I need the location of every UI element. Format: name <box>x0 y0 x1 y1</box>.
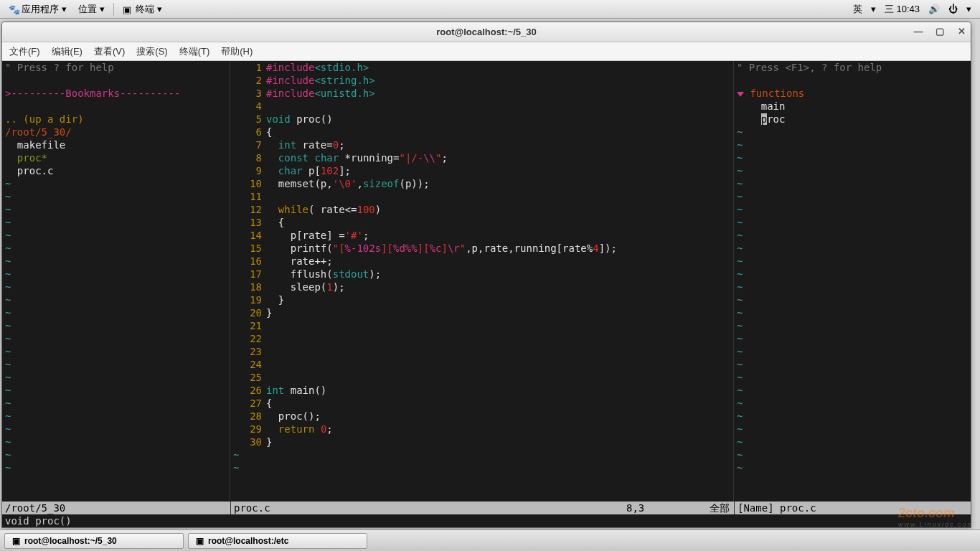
power-icon[interactable]: ⏻ <box>948 4 958 14</box>
code-pane[interactable]: 1#include<stdio.h> 2#include<string.h> 3… <box>230 61 734 501</box>
status-mid: proc.c <box>230 501 626 514</box>
status-right: [Name] proc.c <box>734 501 971 514</box>
terminal-label: 终端 <box>136 3 154 16</box>
chevron-down-icon: ▾ <box>157 4 162 14</box>
code-line[interactable]: 18 sleep(1); <box>230 281 733 293</box>
code-line[interactable]: 10 memset(p,'\0',sizeof(p)); <box>230 177 733 190</box>
applications-label: 应用程序 <box>22 3 59 16</box>
code-line[interactable]: 27{ <box>230 397 733 410</box>
nerdtree-updir[interactable]: .. (up a dir) <box>2 113 230 126</box>
close-button[interactable]: ✕ <box>956 27 966 37</box>
code-line[interactable]: 17 fflush(stdout); <box>230 268 733 281</box>
nerdtree-file[interactable]: proc.c <box>2 164 230 177</box>
chevron-down-icon: ▾ <box>62 4 67 14</box>
chevron-down-icon: ▾ <box>966 4 971 14</box>
terminal-icon: ▣ <box>196 536 204 546</box>
code-line[interactable]: 29 return 0; <box>230 423 733 435</box>
nerdtree-root[interactable]: /root/5_30/ <box>2 126 230 138</box>
menubar: 文件(F) 编辑(E) 查看(V) 搜索(S) 终端(T) 帮助(H) <box>2 42 971 61</box>
nerdtree-pane[interactable]: " Press ? for help >---------Bookmarks--… <box>2 61 230 501</box>
menu-file[interactable]: 文件(F) <box>9 45 40 58</box>
code-line[interactable]: 24 <box>230 358 733 371</box>
nerdtree-file[interactable]: proc* <box>2 151 230 164</box>
status-pos: 8,3 <box>626 501 684 514</box>
code-line[interactable]: 3#include<unistd.h> <box>230 87 733 100</box>
taskbar-button[interactable]: ▣ root@localhost:/etc <box>188 533 367 549</box>
input-method[interactable]: 英 <box>853 3 862 16</box>
code-line[interactable]: 22 <box>230 332 733 345</box>
code-line[interactable]: 7 int rate=0; <box>230 138 733 151</box>
tagbar-section[interactable]: functions <box>734 87 971 100</box>
code-line[interactable]: 16 rate++; <box>230 255 733 268</box>
code-line[interactable]: 5void proc() <box>230 113 733 126</box>
code-line[interactable]: 30} <box>230 435 733 448</box>
places-menu[interactable]: 位置 ▾ <box>72 3 110 16</box>
code-line[interactable]: 23 <box>230 345 733 358</box>
window-title: root@localhost:~/5_30 <box>436 27 536 37</box>
code-line[interactable]: 12 while( rate<=100) <box>230 203 733 216</box>
task-label: root@localhost:~/5_30 <box>24 536 117 546</box>
taskbar-button[interactable]: ▣ root@localhost:~/5_30 <box>4 533 184 549</box>
bookmarks-header: >---------Bookmarks---------- <box>2 87 230 100</box>
tagbar-help: " Press <F1>, ? for help <box>734 61 971 74</box>
terminal-content[interactable]: " Press ? for help >---------Bookmarks--… <box>2 61 971 527</box>
volume-icon[interactable]: 🔊 <box>928 4 940 14</box>
applications-menu[interactable]: 🐾 应用程序 ▾ <box>3 3 72 16</box>
terminal-window: root@localhost:~/5_30 — ▢ ✕ 文件(F) 编辑(E) … <box>1 22 971 528</box>
gnome-panel: 🐾 应用程序 ▾ 位置 ▾ ▣ 终端 ▾ 英 ▾ 三 10:43 🔊 ⏻ ▾ <box>0 0 980 19</box>
code-line[interactable]: 26int main() <box>230 384 733 397</box>
task-label: root@localhost:/etc <box>208 536 288 546</box>
code-line[interactable]: 9 char p[102]; <box>230 164 733 177</box>
code-line[interactable]: 8 const char *running="|/-\\"; <box>230 151 733 164</box>
maximize-button[interactable]: ▢ <box>935 27 945 37</box>
vim-statusline: /root/5_30 proc.c 8,3 全部 [Name] proc.c <box>2 501 971 514</box>
triangle-down-icon <box>737 92 744 97</box>
code-line[interactable]: 6{ <box>230 126 733 138</box>
terminal-icon: ▣ <box>123 4 133 14</box>
nerdtree-file[interactable]: makefile <box>2 138 230 151</box>
chevron-down-icon: ▾ <box>871 4 876 14</box>
code-line[interactable]: 25 <box>230 371 733 384</box>
status-percent: 全部 <box>684 501 734 514</box>
panel-separator <box>113 3 114 16</box>
code-line[interactable]: 21 <box>230 319 733 332</box>
code-line[interactable]: 20} <box>230 306 733 319</box>
code-line[interactable]: 11 <box>230 190 733 203</box>
menu-view[interactable]: 查看(V) <box>94 45 125 58</box>
menu-help[interactable]: 帮助(H) <box>221 45 253 58</box>
system-tray: 英 ▾ 三 10:43 🔊 ⏻ ▾ <box>853 3 977 16</box>
code-line[interactable]: 15 printf("[%-102s][%d%%][%c]\r",p,rate,… <box>230 242 733 255</box>
code-line[interactable]: 4 <box>230 100 733 113</box>
terminal-launcher[interactable]: ▣ 终端 ▾ <box>117 3 168 16</box>
vim-cmdline[interactable]: void proc() <box>2 514 971 527</box>
menu-edit[interactable]: 编辑(E) <box>52 45 83 58</box>
terminal-icon: ▣ <box>12 536 20 546</box>
minimize-button[interactable]: — <box>913 27 923 37</box>
tagbar-pane[interactable]: " Press <F1>, ? for help functions main … <box>734 61 971 501</box>
code-line[interactable]: 2#include<string.h> <box>230 74 733 87</box>
nerdtree-help: " Press ? for help <box>2 61 230 74</box>
code-line[interactable]: 1#include<stdio.h> <box>230 61 733 74</box>
places-label: 位置 <box>78 3 97 16</box>
tagbar-tag[interactable]: main <box>734 100 971 113</box>
code-line[interactable]: 28 proc(); <box>230 410 733 423</box>
code-line[interactable]: 13 { <box>230 216 733 229</box>
menu-search[interactable]: 搜索(S) <box>136 45 167 58</box>
code-line[interactable]: 14 p[rate] ='#'; <box>230 229 733 242</box>
clock[interactable]: 三 10:43 <box>885 3 920 16</box>
titlebar[interactable]: root@localhost:~/5_30 — ▢ ✕ <box>2 22 971 42</box>
tagbar-tag[interactable]: proc <box>734 113 971 126</box>
status-left: /root/5_30 <box>2 501 230 514</box>
gnome-foot-icon: 🐾 <box>9 4 19 14</box>
menu-terminal[interactable]: 终端(T) <box>179 45 210 58</box>
code-line[interactable]: 19 } <box>230 293 733 306</box>
taskbar: ▣ root@localhost:~/5_30 ▣ root@localhost… <box>0 529 980 551</box>
chevron-down-icon: ▾ <box>100 4 105 14</box>
